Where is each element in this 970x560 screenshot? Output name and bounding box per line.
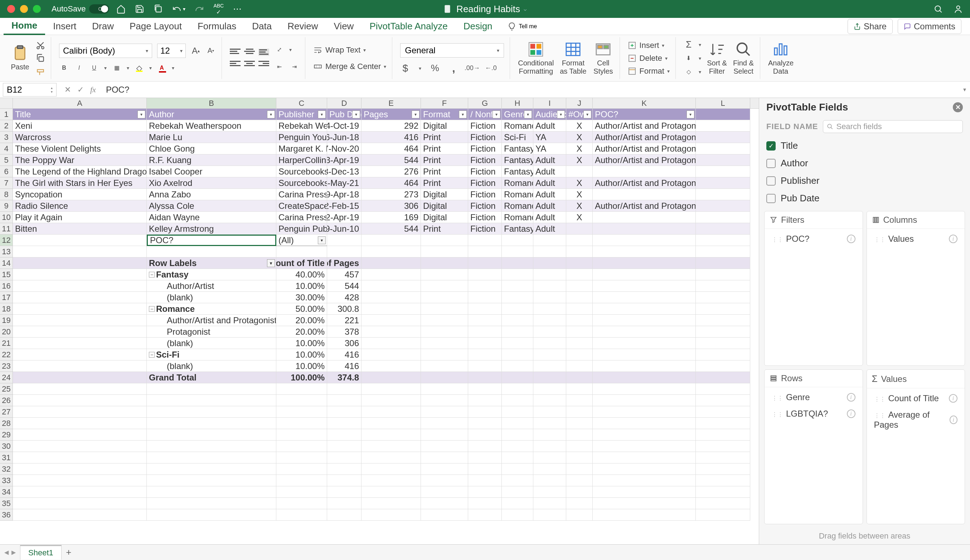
cell[interactable]: Xio Axelrod: [147, 177, 276, 189]
column-filter-button[interactable]: ▾: [493, 110, 500, 118]
cell[interactable]: [696, 372, 750, 383]
cell[interactable]: Romance: [502, 189, 534, 200]
cell[interactable]: 40.00%: [276, 269, 327, 280]
cell[interactable]: Carina Press: [276, 189, 327, 200]
cell[interactable]: [421, 395, 468, 406]
cell[interactable]: [502, 498, 534, 509]
cell[interactable]: Author▾: [147, 109, 276, 120]
row-header[interactable]: 20: [0, 326, 13, 338]
sheet-tab[interactable]: Sheet1: [20, 545, 62, 560]
select-all-corner[interactable]: [0, 98, 13, 108]
cell[interactable]: [566, 475, 593, 486]
cell[interactable]: Carina Press: [276, 212, 327, 223]
cell[interactable]: [566, 292, 593, 303]
cell[interactable]: X: [566, 200, 593, 212]
cell[interactable]: [421, 498, 468, 509]
cell[interactable]: [276, 418, 327, 429]
cell[interactable]: [327, 235, 361, 246]
cell[interactable]: [327, 418, 361, 429]
cell[interactable]: Adult: [534, 223, 566, 235]
cell[interactable]: 416: [327, 360, 361, 372]
cell[interactable]: [13, 372, 147, 383]
cell[interactable]: [361, 383, 421, 395]
cell[interactable]: [566, 166, 593, 177]
cell[interactable]: [502, 452, 534, 463]
cell[interactable]: Alyssa Cole: [147, 200, 276, 212]
align-right-icon[interactable]: [258, 61, 269, 68]
cell[interactable]: [468, 418, 502, 429]
search-icon[interactable]: [933, 4, 943, 13]
row-header[interactable]: 23: [0, 360, 13, 372]
cell[interactable]: [534, 315, 566, 326]
cell[interactable]: Romance: [502, 200, 534, 212]
accept-formula-icon[interactable]: ✓: [77, 85, 84, 94]
cell[interactable]: [468, 486, 502, 498]
column-filter-button[interactable]: ▾: [687, 110, 694, 118]
cell[interactable]: 100.00%: [276, 372, 327, 383]
italic-icon[interactable]: I: [74, 63, 84, 73]
row-header[interactable]: 30: [0, 440, 13, 452]
cell[interactable]: [361, 372, 421, 383]
cell[interactable]: [421, 486, 468, 498]
cell[interactable]: 10.00%: [276, 338, 327, 349]
cell[interactable]: [361, 280, 421, 292]
fill-color-icon[interactable]: [134, 63, 144, 73]
cell[interactable]: Print: [421, 166, 468, 177]
cell[interactable]: (blank): [147, 292, 276, 303]
analyze-data-button[interactable]: Analyze Data: [768, 41, 793, 75]
cell[interactable]: Isabel Cooper: [147, 166, 276, 177]
cell[interactable]: (blank): [147, 338, 276, 349]
cell[interactable]: 544: [327, 280, 361, 292]
cell[interactable]: [566, 269, 593, 280]
cell[interactable]: [534, 326, 566, 338]
cell[interactable]: [593, 257, 696, 269]
cell[interactable]: [534, 280, 566, 292]
cell[interactable]: [468, 235, 502, 246]
cell[interactable]: Play it Again: [13, 212, 147, 223]
row-labels-dropdown[interactable]: ▾: [267, 259, 275, 267]
cell[interactable]: [276, 246, 327, 257]
cell[interactable]: 9-Apr-18: [327, 189, 361, 200]
cell[interactable]: Sci-Fi: [502, 132, 534, 143]
cell[interactable]: [566, 315, 593, 326]
cell[interactable]: 20.00%: [276, 315, 327, 326]
cell[interactable]: [593, 280, 696, 292]
tab-page-layout[interactable]: Page Layout: [122, 18, 190, 35]
font-color-icon[interactable]: A: [157, 63, 167, 73]
cell[interactable]: [566, 223, 593, 235]
row-header[interactable]: 5: [0, 155, 13, 166]
cell[interactable]: [696, 338, 750, 349]
cell[interactable]: [147, 463, 276, 475]
cell[interactable]: [361, 498, 421, 509]
row-header[interactable]: 2: [0, 120, 13, 132]
cell[interactable]: [421, 246, 468, 257]
cell[interactable]: [502, 429, 534, 440]
cell[interactable]: [421, 406, 468, 418]
cell[interactable]: [593, 338, 696, 349]
share-button[interactable]: Share: [848, 19, 893, 34]
row-header[interactable]: 4: [0, 143, 13, 155]
cell[interactable]: [502, 315, 534, 326]
cell[interactable]: [566, 257, 593, 269]
cell[interactable]: [593, 360, 696, 372]
cell[interactable]: [13, 280, 147, 292]
cell[interactable]: [593, 383, 696, 395]
cell[interactable]: [361, 315, 421, 326]
cell[interactable]: Sourcebooks: [276, 177, 327, 189]
checkbox[interactable]: [766, 159, 776, 168]
cell[interactable]: Syncopation: [13, 189, 147, 200]
cell[interactable]: [534, 463, 566, 475]
row-header[interactable]: 1: [0, 109, 13, 120]
cell[interactable]: [147, 383, 276, 395]
row-header[interactable]: 18: [0, 303, 13, 315]
cell[interactable]: Penguin Young: [276, 132, 327, 143]
cell[interactable]: [534, 303, 566, 315]
cell[interactable]: 378: [327, 326, 361, 338]
cell[interactable]: [147, 429, 276, 440]
row-header[interactable]: 33: [0, 475, 13, 486]
cell[interactable]: [593, 395, 696, 406]
cell[interactable]: [534, 292, 566, 303]
close-pane-icon[interactable]: ✕: [953, 102, 963, 112]
cell[interactable]: [566, 395, 593, 406]
cell[interactable]: 276: [361, 166, 421, 177]
